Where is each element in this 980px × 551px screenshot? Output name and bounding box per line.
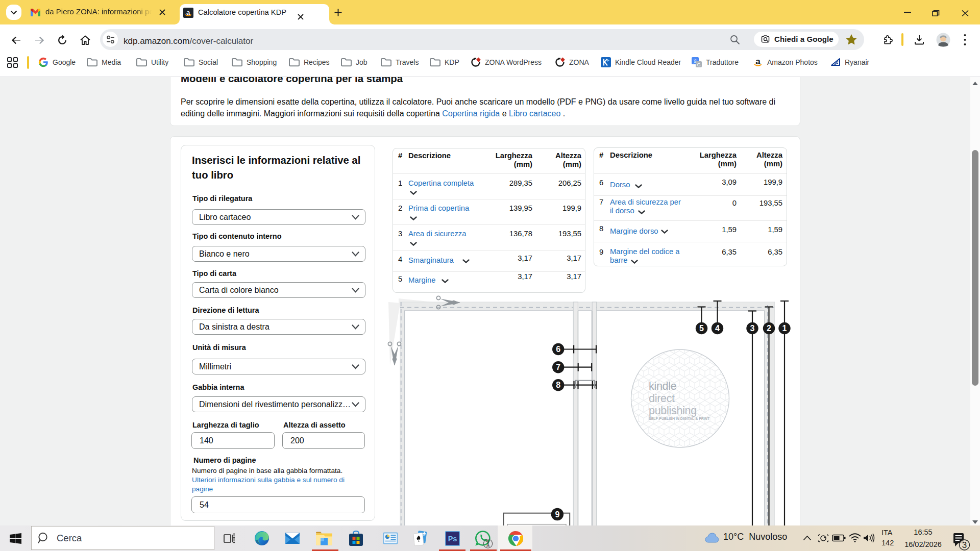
svg-text:5: 5 — [699, 324, 704, 333]
svg-text:direct: direct — [649, 392, 675, 405]
svg-text:6: 6 — [556, 345, 560, 354]
svg-text:1: 1 — [782, 324, 787, 333]
svg-text:kindle: kindle — [649, 380, 676, 392]
svg-text:2: 2 — [767, 324, 771, 333]
svg-text:3: 3 — [962, 540, 967, 550]
svg-text:publishing: publishing — [649, 405, 697, 417]
svg-text:G: G — [697, 62, 700, 67]
svg-text:a: a — [186, 9, 190, 16]
svg-text:4: 4 — [715, 324, 720, 333]
svg-text:7: 7 — [556, 363, 560, 371]
svg-text:3: 3 — [750, 324, 755, 333]
svg-text:Ps: Ps — [448, 535, 457, 543]
svg-text:1: 1 — [486, 539, 491, 548]
svg-text:9: 9 — [555, 510, 559, 519]
svg-text:8: 8 — [556, 381, 560, 389]
svg-text:SELF-PUBLISH IN DIGITAL & PRIN: SELF-PUBLISH IN DIGITAL & PRINT — [649, 417, 710, 420]
